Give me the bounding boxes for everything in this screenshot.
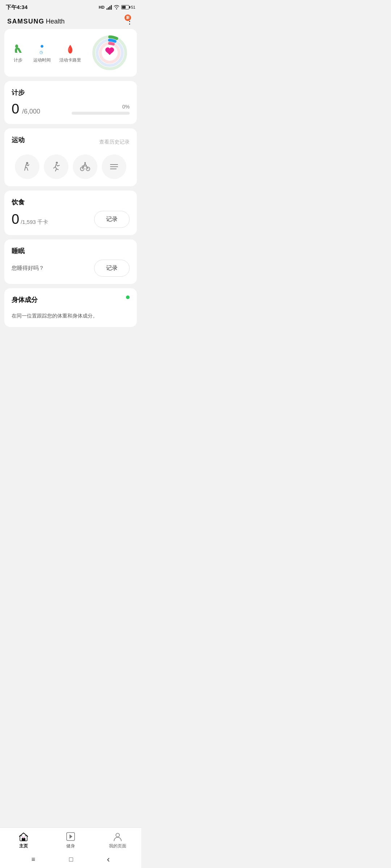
cycle-button[interactable] — [73, 154, 97, 179]
sleep-record-button[interactable]: 记录 — [94, 260, 130, 277]
body-card-header: 身体成分 — [12, 295, 130, 309]
notification-badge: 新 — [125, 14, 131, 21]
sleep-question: 您睡得好吗？ — [12, 265, 44, 272]
progress-bar-bg — [72, 112, 130, 115]
activity-card: 计步 ◷ 运动时间 活动卡路里 — [4, 29, 137, 77]
food-card: 饮食 0 /1,593 千卡 记录 — [4, 191, 137, 235]
wifi-icon — [114, 4, 119, 10]
steps-card: 计步 0 /6,000 0% — [4, 81, 137, 124]
steps-right: 0% — [72, 104, 130, 115]
body-description: 在同一位置跟踪您的体重和身体成分。 — [12, 312, 130, 320]
activity-icons: 计步 ◷ 运动时间 活动卡路里 — [12, 43, 81, 63]
status-time: 下午4:34 — [6, 4, 28, 11]
status-icons: HD 51 — [99, 4, 135, 10]
food-record-button[interactable]: 记录 — [94, 211, 130, 228]
more-button[interactable] — [102, 154, 126, 179]
food-value: 0 — [12, 212, 19, 227]
body-title: 身体成分 — [12, 295, 38, 304]
steps-card-title: 计步 — [12, 88, 130, 97]
steps-value-group: 0 /6,000 — [12, 101, 40, 117]
svg-text:◷: ◷ — [39, 50, 43, 54]
exercise-header: 运动 查看历史记录 — [12, 136, 130, 149]
steps-row: 0 /6,000 0% — [12, 101, 130, 117]
calories-label: 活动卡路里 — [59, 57, 81, 63]
svg-point-11 — [56, 162, 58, 164]
calories-icon — [64, 43, 77, 56]
body-card: 身体成分 在同一位置跟踪您的体重和身体成分。 — [4, 288, 137, 327]
history-link[interactable]: 查看历史记录 — [99, 139, 130, 145]
sleep-card: 睡眠 您睡得好吗？ 记录 — [4, 239, 137, 284]
steps-label: 计步 — [14, 57, 22, 63]
activity-ring — [90, 35, 130, 71]
hd-label: HD — [99, 5, 105, 9]
sleep-content: 您睡得好吗？ 记录 — [12, 260, 130, 277]
steps-value: 0 — [12, 101, 19, 116]
app-logo: SAMSUNG Health — [7, 18, 65, 25]
logo-health: Health — [46, 18, 65, 25]
steps-icon — [12, 43, 25, 56]
exercise-icon: ◷ — [35, 43, 49, 56]
food-title: 饮食 — [12, 198, 130, 207]
steps-goal: /6,000 — [22, 108, 40, 115]
activity-steps[interactable]: 计步 — [12, 43, 25, 63]
exercise-buttons — [12, 154, 130, 179]
header-right[interactable]: 新 ⋮ — [126, 17, 134, 25]
activity-exercise[interactable]: ◷ 运动时间 — [33, 43, 51, 63]
app-header: SAMSUNG Health 新 ⋮ — [0, 13, 141, 29]
food-goal: /1,593 千卡 — [21, 219, 48, 226]
signal-icon — [106, 5, 112, 10]
food-row: 0 /1,593 千卡 记录 — [12, 211, 130, 228]
steps-percent: 0% — [122, 104, 130, 110]
exercise-title: 运动 — [12, 136, 25, 144]
svg-point-10 — [26, 162, 28, 164]
logo-samsung: SAMSUNG — [7, 18, 45, 25]
status-bar: 下午4:34 HD 51 — [0, 0, 141, 13]
exercise-label: 运动时间 — [33, 57, 51, 63]
green-dot-icon — [126, 295, 130, 299]
walk-button[interactable] — [15, 154, 39, 179]
run-button[interactable] — [44, 154, 68, 179]
sleep-title: 睡眠 — [12, 247, 130, 255]
battery-icon: 51 — [121, 5, 135, 9]
food-value-group: 0 /1,593 千卡 — [12, 212, 48, 227]
ring-svg — [90, 35, 130, 71]
activity-calories[interactable]: 活动卡路里 — [59, 43, 81, 63]
exercise-card: 运动 查看历史记录 — [4, 128, 137, 186]
